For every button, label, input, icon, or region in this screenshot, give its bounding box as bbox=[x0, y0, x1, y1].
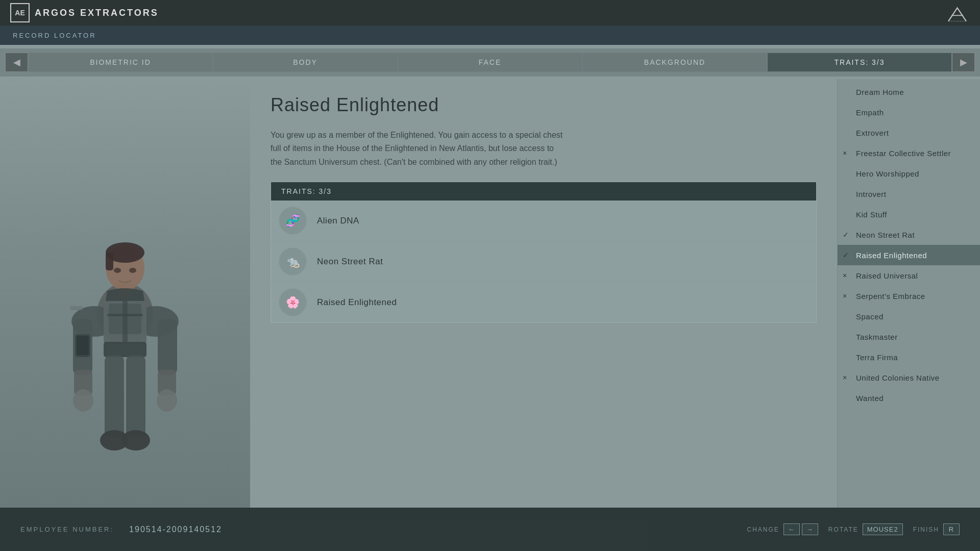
svg-rect-10 bbox=[122, 301, 128, 342]
rotate-label: ROTATE bbox=[828, 526, 859, 533]
trait-list-name: Raised Enlightened bbox=[856, 251, 972, 260]
trait-marker: × bbox=[843, 271, 852, 280]
trait-list-name: Freestar Collective Settler bbox=[856, 149, 972, 158]
main-content: Raised Enlightened You grew up as a memb… bbox=[0, 79, 980, 508]
nav-prev-button[interactable]: ◀ bbox=[5, 53, 28, 72]
company-name: ARGOS EXTRACTORS bbox=[35, 8, 970, 18]
trait-list-item[interactable]: ×United Colonies Native bbox=[838, 367, 980, 388]
change-keys: ← → bbox=[783, 523, 818, 535]
trait-list-item[interactable]: ✓Raised Enlightened bbox=[838, 245, 980, 265]
svg-point-25 bbox=[114, 268, 121, 273]
character-figure bbox=[28, 212, 222, 508]
neon-street-rat-name: Neon Street Rat bbox=[317, 257, 383, 267]
trait-list-item[interactable]: Spaced bbox=[838, 306, 980, 327]
trait-marker: × bbox=[843, 373, 852, 382]
tab-background[interactable]: BACKGROUND bbox=[582, 53, 767, 72]
trait-list-name: United Colonies Native bbox=[856, 373, 972, 382]
svg-rect-22 bbox=[70, 306, 83, 310]
change-key-right: → bbox=[802, 523, 818, 535]
trait-marker: × bbox=[843, 292, 852, 300]
tab-face[interactable]: FACE bbox=[398, 53, 582, 72]
finish-key: R bbox=[943, 523, 960, 535]
trait-description: You grew up as a member of the Enlighten… bbox=[271, 129, 567, 169]
svg-point-21 bbox=[121, 430, 150, 450]
traits-list-panel[interactable]: Dream HomeEmpathExtrovert×Freestar Colle… bbox=[837, 79, 980, 508]
trait-list-name: Hero Worshipped bbox=[856, 169, 972, 178]
character-silhouette bbox=[0, 79, 250, 508]
subtitle-row: RECORD LOCATOR bbox=[0, 26, 980, 45]
finish-action[interactable]: FINISH R bbox=[913, 523, 960, 535]
rotate-action: ROTATE MOUSE2 bbox=[828, 523, 903, 535]
trait-list-item[interactable]: Extrovert bbox=[838, 122, 980, 143]
trait-list-item[interactable]: Wanted bbox=[838, 388, 980, 408]
trait-list-name: Empath bbox=[856, 108, 972, 117]
trait-list-name: Kid Stuff bbox=[856, 210, 972, 219]
svg-point-16 bbox=[157, 389, 177, 412]
ae-logo-left: AE bbox=[10, 3, 30, 22]
tab-traits[interactable]: TRAITS: 3/3 bbox=[767, 53, 952, 72]
trait-list-item[interactable]: Taskmaster bbox=[838, 327, 980, 347]
trait-list-name: Introvert bbox=[856, 190, 972, 198]
tab-biometric-id[interactable]: BIOMETRIC ID bbox=[28, 53, 213, 72]
trait-list-name: Taskmaster bbox=[856, 333, 972, 341]
trait-list-item[interactable]: Hero Worshipped bbox=[838, 163, 980, 184]
svg-rect-19 bbox=[126, 356, 145, 437]
center-panel: Raised Enlightened You grew up as a memb… bbox=[250, 79, 837, 508]
trait-list-item[interactable]: ×Raised Universal bbox=[838, 265, 980, 286]
alien-dna-name: Alien DNA bbox=[317, 216, 359, 226]
selected-traits-header: TRAITS: 3/3 bbox=[271, 182, 816, 201]
raised-enlightened-icon: 🌸 bbox=[279, 288, 307, 316]
svg-rect-18 bbox=[105, 356, 124, 437]
character-area bbox=[0, 79, 250, 508]
finish-label: FINISH bbox=[913, 526, 939, 533]
tab-body[interactable]: BODY bbox=[213, 53, 398, 72]
bottom-actions: CHANGE ← → ROTATE MOUSE2 FINISH R bbox=[747, 523, 960, 535]
top-bar: AE ARGOS EXTRACTORS RECORD LOCATOR bbox=[0, 0, 980, 48]
trait-list-item[interactable]: ×Serpent's Embrace bbox=[838, 286, 980, 306]
employee-number: 190514-2009140512 bbox=[129, 525, 222, 534]
nav-next-button[interactable]: ▶ bbox=[952, 53, 975, 72]
bottom-bar: EMPLOYEE NUMBER: 190514-2009140512 CHANG… bbox=[0, 508, 980, 551]
trait-list-item[interactable]: Terra Firma bbox=[838, 347, 980, 367]
nav-tabs: ◀ BIOMETRIC ID BODY FACE BACKGROUND TRAI… bbox=[0, 48, 980, 77]
trait-item-alien-dna[interactable]: 🧬 Alien DNA bbox=[271, 201, 816, 241]
trait-title: Raised Enlightened bbox=[271, 94, 817, 116]
subtitle-text: RECORD LOCATOR bbox=[13, 32, 96, 39]
title-row: AE ARGOS EXTRACTORS bbox=[0, 0, 980, 26]
rotate-key: MOUSE2 bbox=[863, 523, 903, 535]
svg-rect-13 bbox=[158, 319, 177, 375]
alien-dna-icon: 🧬 bbox=[279, 207, 307, 235]
trait-list-name: Spaced bbox=[856, 312, 972, 321]
raised-enlightened-name: Raised Enlightened bbox=[317, 297, 397, 308]
svg-rect-17 bbox=[104, 342, 146, 357]
selected-traits-box: TRAITS: 3/3 🧬 Alien DNA 🐀 Neon Street Ra… bbox=[271, 182, 817, 323]
trait-marker: × bbox=[843, 149, 852, 157]
ae-logo-right bbox=[944, 4, 970, 24]
trait-list-name: Extrovert bbox=[856, 129, 972, 137]
trait-item-neon-street-rat[interactable]: 🐀 Neon Street Rat bbox=[271, 241, 816, 282]
trait-list-name: Raised Universal bbox=[856, 271, 972, 280]
trait-item-raised-enlightened[interactable]: 🌸 Raised Enlightened bbox=[271, 282, 816, 322]
svg-rect-24 bbox=[77, 336, 89, 355]
trait-list-name: Dream Home bbox=[856, 88, 972, 96]
trait-list-item[interactable]: ×Freestar Collective Settler bbox=[838, 143, 980, 163]
trait-list-item[interactable]: ✓Neon Street Rat bbox=[838, 224, 980, 245]
trait-marker: ✓ bbox=[843, 251, 852, 259]
svg-rect-3 bbox=[106, 253, 113, 270]
trait-list-name: Serpent's Embrace bbox=[856, 292, 972, 300]
change-label: CHANGE bbox=[747, 526, 779, 533]
trait-marker: ✓ bbox=[843, 231, 852, 239]
svg-point-26 bbox=[129, 268, 136, 273]
trait-list-item[interactable]: Introvert bbox=[838, 184, 980, 204]
trait-list-item[interactable]: Dream Home bbox=[838, 82, 980, 102]
change-key-left: ← bbox=[783, 523, 800, 535]
trait-list-name: Terra Firma bbox=[856, 353, 972, 362]
employee-label: EMPLOYEE NUMBER: bbox=[20, 525, 114, 533]
trait-list-item[interactable]: Kid Stuff bbox=[838, 204, 980, 224]
neon-street-rat-icon: 🐀 bbox=[279, 247, 307, 276]
trait-list-name: Neon Street Rat bbox=[856, 231, 972, 239]
trait-list-name: Wanted bbox=[856, 394, 972, 403]
change-action: CHANGE ← → bbox=[747, 523, 818, 535]
svg-point-15 bbox=[73, 389, 93, 412]
trait-list-item[interactable]: Empath bbox=[838, 102, 980, 122]
